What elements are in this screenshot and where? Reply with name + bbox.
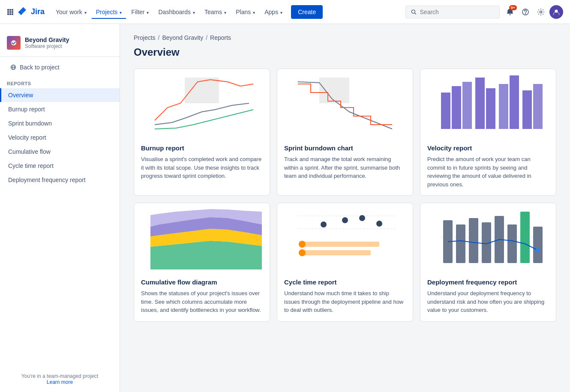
sidebar-footer: You're in a team-managed project Learn m… [0,366,120,392]
card-cumulative-flow[interactable]: Cumulative flow diagram Shows the status… [134,203,270,322]
cycle-time-card-body: Cycle time report Understand how much ti… [277,272,413,321]
cycle-time-chart [277,203,413,272]
globe-icon [10,64,16,70]
svg-rect-23 [462,82,472,129]
main-content: Projects / Beyond Gravity / Reports Over… [120,24,570,392]
svg-rect-28 [522,90,532,129]
velocity-chart [420,69,556,138]
back-to-project-label: Back to project [20,64,60,71]
jira-logo[interactable]: Jira [17,6,45,18]
deployment-frequency-title: Deployment frequency report [427,278,549,286]
deployment-frequency-desc: Understand your deployment frequency to … [427,289,549,314]
notification-badge: 9+ [509,5,517,10]
help-button[interactable] [519,5,532,19]
sprint-burndown-chart [277,69,413,138]
apps-grid-icon[interactable] [7,9,14,15]
svg-point-37 [342,217,348,223]
nav-dashboards[interactable]: Dashboards [154,5,199,19]
page-title: Overview [134,46,556,58]
svg-rect-50 [507,224,517,263]
nav-apps[interactable]: Apps [260,5,287,19]
project-name: Beyond Gravity [25,36,69,43]
main-navigation: Your work Projects Filter Dashboards Tea… [51,5,405,19]
sidebar-item-overview[interactable]: Overview [0,88,120,102]
sidebar-section-reports: Reports [0,78,120,88]
topnav-icons: 9+ [503,5,563,19]
svg-rect-21 [441,93,450,129]
card-sprint-burndown[interactable]: Sprint burndown chart Track and manage t… [277,69,413,196]
svg-point-36 [321,221,327,227]
nav-teams[interactable]: Teams [200,5,231,19]
nav-projects[interactable]: Projects [92,5,126,19]
top-navigation: Jira Your work Projects Filter Dashboard… [0,0,570,24]
cumulative-flow-chart [134,203,270,272]
svg-rect-1 [9,9,11,11]
project-header: Beyond Gravity Software project [0,31,120,57]
breadcrumb-reports: Reports [210,34,231,41]
svg-point-12 [525,13,526,14]
breadcrumb-projects[interactable]: Projects [134,34,156,41]
svg-rect-25 [486,88,495,129]
card-cycle-time[interactable]: Cycle time report Understand how much ti… [277,203,413,322]
card-velocity[interactable]: Velocity report Predict the amount of wo… [420,69,556,196]
breadcrumb-beyond-gravity[interactable]: Beyond Gravity [162,34,203,41]
sidebar-item-cumulative-flow[interactable]: Cumulative flow [0,145,120,159]
card-burnup[interactable]: Burnup report Visualise a sprint's compl… [134,69,270,196]
svg-rect-5 [12,11,13,13]
svg-rect-3 [7,11,9,13]
sprint-burndown-title: Sprint burndown chart [284,144,406,152]
svg-rect-47 [469,218,478,263]
velocity-title: Velocity report [427,144,549,152]
reports-grid: Burnup report Visualise a sprint's compl… [134,69,556,322]
nav-filter[interactable]: Filter [127,5,153,19]
burnup-title: Burnup report [141,144,263,152]
back-to-project[interactable]: Back to project [3,60,116,74]
sidebar-item-velocity[interactable]: Velocity report [0,131,120,144]
cumulative-flow-title: Cumulative flow diagram [141,278,263,286]
cumulative-flow-desc: Shows the statuses of your project's iss… [141,289,263,314]
svg-rect-7 [9,13,11,15]
svg-rect-2 [12,9,13,11]
sidebar-item-deployment-frequency[interactable]: Deployment frequency report [0,173,120,187]
cumulative-flow-card-body: Cumulative flow diagram Shows the status… [134,272,270,321]
svg-point-43 [299,249,306,256]
burnup-desc: Visualise a sprint's completed work and … [141,155,263,180]
project-type: Software project [25,43,69,49]
settings-button[interactable] [534,5,548,19]
svg-rect-51 [520,212,530,263]
project-info: Beyond Gravity Software project [25,36,69,49]
search-input[interactable] [420,9,494,15]
svg-rect-40 [302,242,379,247]
sidebar: Beyond Gravity Software project Back to … [0,24,120,392]
create-button[interactable]: Create [291,5,323,19]
sprint-burndown-desc: Track and manage the total work remainin… [284,155,406,180]
user-avatar[interactable] [549,5,563,19]
sidebar-item-sprint-burndown[interactable]: Sprint burndown [0,117,120,130]
nav-plans[interactable]: Plans [231,5,259,19]
svg-rect-27 [510,75,519,129]
svg-point-38 [359,215,365,221]
svg-rect-8 [12,13,13,15]
main-layout: Beyond Gravity Software project Back to … [0,24,570,392]
svg-rect-46 [456,224,465,263]
velocity-card-body: Velocity report Predict the amount of wo… [420,138,556,195]
search-box[interactable] [405,6,500,18]
burnup-card-body: Burnup report Visualise a sprint's compl… [134,138,270,187]
project-icon [7,36,21,50]
nav-your-work[interactable]: Your work [51,5,91,19]
sidebar-item-cycle-time[interactable]: Cycle time report [0,159,120,173]
svg-line-10 [414,13,416,14]
svg-rect-22 [452,86,461,129]
svg-rect-41 [302,250,371,255]
svg-rect-29 [533,84,543,129]
svg-rect-6 [7,13,9,15]
sidebar-item-burnup[interactable]: Burnup report [0,102,120,116]
learn-more-link[interactable]: Learn more [47,379,73,385]
card-deployment-frequency[interactable]: Deployment frequency report Understand y… [420,203,556,322]
svg-point-39 [376,221,382,227]
svg-rect-0 [7,9,9,11]
notifications-button[interactable]: 9+ [503,5,517,19]
search-icon [411,9,417,15]
svg-rect-4 [9,11,11,13]
svg-point-42 [299,241,306,248]
